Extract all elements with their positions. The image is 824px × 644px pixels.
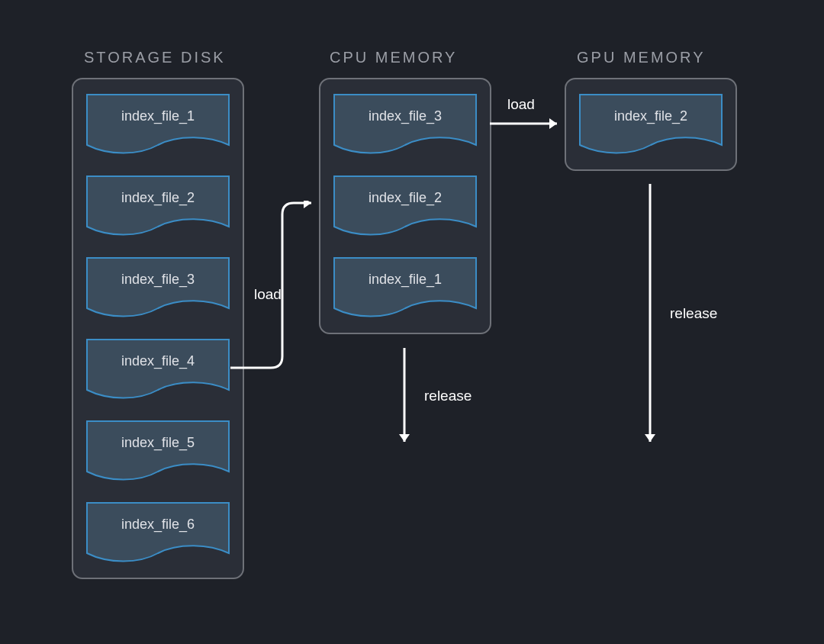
storage-file-1: index_file_1 bbox=[85, 93, 230, 156]
release-label-gpu: release bbox=[670, 305, 717, 322]
document-icon bbox=[333, 93, 478, 156]
arrow-cpu-release bbox=[397, 348, 412, 451]
cpu-file-3: index_file_1 bbox=[333, 256, 478, 319]
document-icon bbox=[333, 256, 478, 319]
cpu-file-2: index_file_2 bbox=[333, 175, 478, 237]
storage-column: index_file_1 index_file_2 index_file_3 i… bbox=[72, 78, 244, 579]
gpu-column: index_file_2 bbox=[565, 78, 737, 171]
file-label: index_file_1 bbox=[85, 108, 230, 124]
file-label: index_file_2 bbox=[333, 190, 478, 206]
document-icon bbox=[85, 501, 230, 564]
file-label: index_file_2 bbox=[578, 108, 723, 124]
document-icon bbox=[85, 93, 230, 156]
file-label: index_file_1 bbox=[333, 272, 478, 288]
load-label-2: load bbox=[507, 96, 535, 113]
release-label-cpu: release bbox=[424, 388, 472, 404]
storage-file-2: index_file_2 bbox=[85, 175, 230, 237]
storage-file-5: index_file_5 bbox=[85, 420, 230, 482]
file-label: index_file_6 bbox=[85, 517, 230, 533]
document-icon bbox=[85, 420, 230, 482]
file-label: index_file_2 bbox=[85, 190, 230, 206]
document-icon bbox=[85, 338, 230, 401]
file-label: index_file_5 bbox=[85, 435, 230, 451]
storage-file-3: index_file_3 bbox=[85, 256, 230, 319]
storage-title: STORAGE DISK bbox=[84, 49, 226, 66]
cpu-title: CPU MEMORY bbox=[330, 49, 457, 66]
file-label: index_file_3 bbox=[333, 108, 478, 124]
load-label-1: load bbox=[254, 286, 282, 303]
file-label: index_file_3 bbox=[85, 272, 230, 288]
storage-file-6: index_file_6 bbox=[85, 501, 230, 564]
file-label: index_file_4 bbox=[85, 353, 230, 369]
gpu-title: GPU MEMORY bbox=[577, 49, 706, 66]
cpu-file-1: index_file_3 bbox=[333, 93, 478, 156]
storage-file-4: index_file_4 bbox=[85, 338, 230, 401]
document-icon bbox=[578, 93, 723, 156]
document-icon bbox=[333, 175, 478, 237]
cpu-column: index_file_3 index_file_2 index_file_1 bbox=[319, 78, 491, 334]
document-icon bbox=[85, 256, 230, 319]
document-icon bbox=[85, 175, 230, 237]
arrow-gpu-release bbox=[642, 184, 658, 451]
gpu-file-1: index_file_2 bbox=[578, 93, 723, 156]
arrow-cpu-to-gpu bbox=[490, 116, 566, 131]
